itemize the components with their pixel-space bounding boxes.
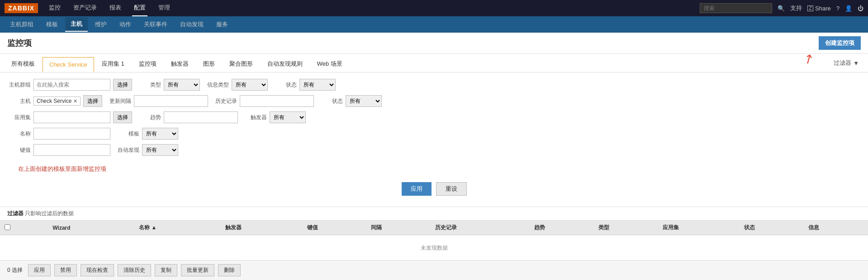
top-nav-monitoring[interactable]: 监控	[47, 0, 62, 16]
col-trend: 趋势	[530, 221, 594, 235]
nav-services[interactable]: 服务	[211, 18, 233, 31]
appset-select-button[interactable]: 选择	[113, 111, 132, 123]
col-key: 键值	[303, 221, 367, 235]
nav-template[interactable]: 模板	[41, 18, 63, 31]
tab-appset1[interactable]: 应用集 1	[95, 56, 131, 72]
interval-label: 更新间隔	[109, 97, 131, 105]
page-title: 监控项	[7, 38, 32, 48]
top-nav-reports[interactable]: 报表	[108, 0, 123, 16]
filter-row-2: 主机 Check Service ✕ 选择 更新间隔 历史记录 状态 所有	[9, 95, 859, 107]
trigger-label: 触发器	[245, 114, 267, 121]
trend-input[interactable]	[164, 111, 238, 123]
autodisc-select[interactable]: 所有	[142, 144, 178, 156]
type-select[interactable]: 所有	[164, 79, 200, 91]
nav-correlation[interactable]: 关联事件	[138, 18, 173, 31]
filter-note: 过滤器 只影响过滤后的数据	[0, 207, 868, 221]
col-name[interactable]: 名称 ▲	[134, 221, 221, 235]
copy-button[interactable]: 复制	[155, 264, 177, 275]
apply-button[interactable]: 应用	[402, 182, 432, 196]
top-nav-items: 监控 资产记录 报表 配置 管理	[47, 0, 700, 16]
support-link[interactable]: 支持	[790, 4, 802, 12]
nav-host[interactable]: 主机	[65, 17, 88, 32]
table-row-nodata: 未发现数据	[0, 235, 868, 261]
apply-bottom-button[interactable]: 应用	[28, 264, 51, 275]
tab-aggregate[interactable]: 聚合图形	[223, 56, 260, 72]
hostgroup-input[interactable]	[33, 79, 110, 91]
hostgroup-select-button[interactable]: 选择	[113, 79, 132, 91]
host-tag: Check Service ✕	[33, 97, 81, 106]
filter-group-autodisc: 自动发现 所有	[118, 144, 178, 156]
template-label: 模板	[118, 130, 139, 138]
help-icon[interactable]: ?	[836, 5, 840, 12]
filter-group-hostgroup: 主机群组 选择	[9, 79, 132, 91]
filter-group-trigger: 触发器 所有	[245, 111, 306, 123]
status1-select[interactable]: 所有	[299, 79, 336, 91]
filter-row-5: 键值 自动发现 所有	[9, 144, 859, 156]
selection-count: 0 选择	[7, 266, 23, 274]
trigger-select[interactable]: 所有	[270, 111, 306, 123]
name-input[interactable]	[33, 128, 110, 140]
tab-autodiscovery[interactable]: 自动发现规则	[261, 56, 309, 72]
reset-button[interactable]: 重设	[436, 182, 467, 196]
nav-maintenance[interactable]: 维护	[90, 18, 112, 31]
history-input[interactable]	[240, 95, 314, 107]
nav-actions[interactable]: 动作	[114, 18, 137, 31]
template-select[interactable]: 所有	[142, 128, 178, 140]
tab-graphs[interactable]: 图形	[196, 56, 222, 72]
status2-select[interactable]: 所有	[346, 95, 382, 107]
filter-section: 主机群组 选择 类型 所有 信息类型 所有 状态 所有 主机 Ch	[0, 72, 868, 207]
batch-update-button[interactable]: 批量更新	[181, 264, 214, 275]
top-search-input[interactable]	[700, 3, 772, 13]
key-input[interactable]	[33, 144, 110, 156]
tab-check-service[interactable]: Check Service	[43, 57, 94, 72]
filter-toggle-button[interactable]: 过滤器 ▼	[829, 56, 863, 70]
user-icon[interactable]: 👤	[845, 5, 852, 12]
disable-button[interactable]: 禁用	[54, 264, 77, 275]
top-nav-config[interactable]: 配置	[132, 0, 147, 16]
col-history: 历史记录	[431, 221, 530, 235]
filter-group-name: 名称	[9, 128, 110, 140]
share-link[interactable]: 🅉 Share	[807, 5, 830, 12]
bottom-bar: 0 选择 应用 禁用 现在检查 清除历史 复制 批量更新 删除	[0, 260, 868, 275]
tab-all-templates[interactable]: 所有模板	[5, 56, 42, 72]
filter-group-infotype: 信息类型 所有	[207, 79, 268, 91]
col-appset: 应用集	[658, 221, 740, 235]
col-type: 类型	[594, 221, 658, 235]
appset-input[interactable]	[33, 111, 110, 123]
nav-autodiscovery[interactable]: 自动发现	[175, 18, 209, 31]
logout-icon[interactable]: ⏻	[858, 5, 863, 12]
col-status: 状态	[740, 221, 804, 235]
tab-bar: 所有模板 Check Service 应用集 1 监控项 触发器 图形 聚合图形…	[0, 54, 868, 72]
host-select-button[interactable]: 选择	[83, 95, 102, 107]
interval-input[interactable]	[134, 95, 208, 107]
table-container: Wizard 名称 ▲ 触发器 键值 间隔 历史记录 趋势 类型 应用集 状态 …	[0, 221, 868, 261]
top-nav-admin[interactable]: 管理	[157, 0, 172, 16]
select-all-checkbox[interactable]	[5, 224, 10, 230]
delete-button[interactable]: 删除	[218, 264, 241, 275]
filter-group-trend: 趋势	[139, 111, 238, 123]
filter-actions: 应用 重设	[9, 178, 859, 200]
infotype-select[interactable]: 所有	[232, 79, 268, 91]
top-nav-right: 🔍 支持 🅉 Share ? 👤 ⏻	[700, 3, 863, 13]
clear-history-button[interactable]: 清除历史	[118, 264, 151, 275]
status1-label: 状态	[275, 81, 297, 89]
filter-note-strong: 过滤器	[7, 210, 24, 217]
second-navbar: 主机群组 模板 主机 维护 动作 关联事件 自动发现 服务	[0, 16, 868, 33]
tab-triggers[interactable]: 触发器	[164, 56, 195, 72]
tab-bar-container: 所有模板 Check Service 应用集 1 监控项 触发器 图形 聚合图形…	[0, 54, 868, 72]
col-trigger: 触发器	[221, 221, 302, 235]
filter-group-key: 键值	[9, 144, 110, 156]
nav-hostgroup[interactable]: 主机群组	[5, 18, 39, 31]
host-tag-close[interactable]: ✕	[73, 98, 77, 104]
filter-note-text: 只影响过滤后的数据	[25, 210, 74, 217]
filter-row-4: 名称 模板 所有	[9, 128, 859, 140]
col-interval: 间隔	[366, 221, 431, 235]
top-nav-assets[interactable]: 资产记录	[71, 0, 99, 16]
create-monitor-button[interactable]: 创建监控项	[819, 36, 861, 50]
filter-row-1: 主机群组 选择 类型 所有 信息类型 所有 状态 所有	[9, 79, 859, 91]
infotype-label: 信息类型	[207, 81, 229, 89]
check-now-button[interactable]: 现在检查	[81, 264, 114, 275]
tab-web[interactable]: Web 场景	[310, 56, 349, 72]
tab-monitors[interactable]: 监控项	[132, 56, 163, 72]
search-icon[interactable]: 🔍	[778, 5, 785, 12]
